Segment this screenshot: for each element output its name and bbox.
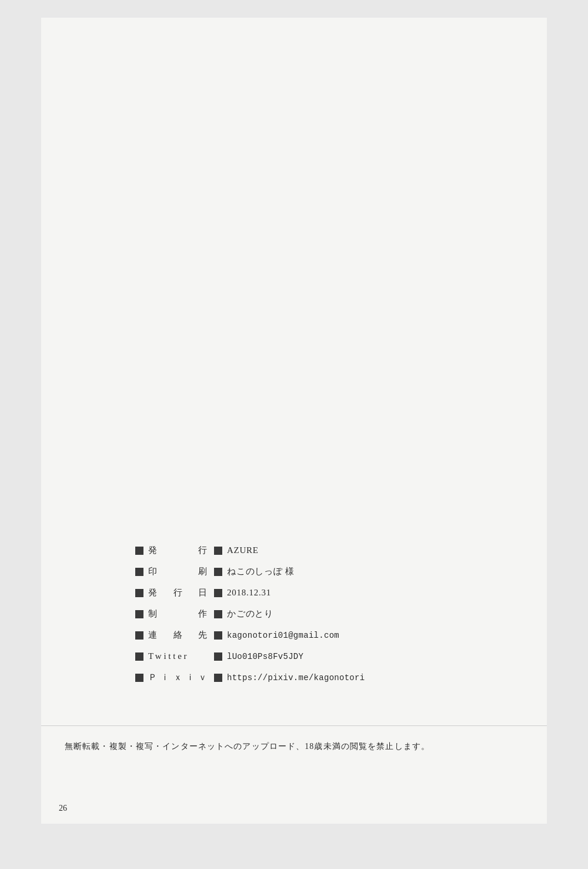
colophon-value: kagonotori01@gmail.com [227,631,339,640]
page-number: 26 [59,804,67,813]
bullet-square-right [214,547,222,555]
disclaimer-text: 無断転載・複製・複写・インターネットへのアップロード、18歳未満の閲覧を禁止しま… [65,740,523,753]
bullet-square-left [135,652,143,661]
colophon-row-date: 発 行 日2018.12.31 [135,584,271,602]
page: 発 行AZURE印 刷ねこのしっぽ 様発 行 日2018.12.31制 作かごの… [41,18,547,824]
colophon-row-publisher: 発 行AZURE [135,542,259,560]
bullet-square-left [135,631,143,640]
colophon-section: 発 行AZURE印 刷ねこのしっぽ 様発 行 日2018.12.31制 作かごの… [41,542,547,690]
colophon-value: 2018.12.31 [227,588,271,598]
colophon-label: Twitter [143,651,214,661]
bullet-square-left [135,547,143,555]
colophon-row-twitter: TwitterlUo010Ps8Fv5JDY [135,648,303,665]
colophon-label: Ｐｉｘｉｖ [143,672,214,683]
disclaimer-section: 無断転載・複製・複写・インターネットへのアップロード、18歳未満の閲覧を禁止しま… [41,725,547,753]
colophon-label: 発 行 日 [143,587,214,598]
bullet-square-left [135,674,143,682]
colophon-row-creator: 制 作かごのとり [135,605,273,623]
colophon-row-pixiv: Ｐｉｘｉｖhttps://pixiv.me/kagonotori [135,669,365,687]
bullet-square-right [214,610,222,618]
bullet-square-right [214,568,222,576]
colophon-value: ねこのしっぽ 様 [227,566,295,577]
bullet-square-right [214,589,222,597]
bullet-square-right [214,631,222,640]
colophon-value: lUo010Ps8Fv5JDY [227,652,303,661]
bullet-square-right [214,674,222,682]
bullet-square-right [214,652,222,661]
colophon-label: 制 作 [143,608,214,620]
colophon-value: AZURE [227,545,259,555]
colophon-row-contact: 連 絡 先kagonotori01@gmail.com [135,627,339,644]
colophon-label: 発 行 [143,545,214,556]
colophon-value: https://pixiv.me/kagonotori [227,673,365,682]
bullet-square-left [135,610,143,618]
colophon-label: 連 絡 先 [143,630,214,641]
colophon-value: かごのとり [227,608,273,620]
colophon-label: 印 刷 [143,566,214,577]
colophon-row-printer: 印 刷ねこのしっぽ 様 [135,563,295,581]
bullet-square-left [135,589,143,597]
bullet-square-left [135,568,143,576]
